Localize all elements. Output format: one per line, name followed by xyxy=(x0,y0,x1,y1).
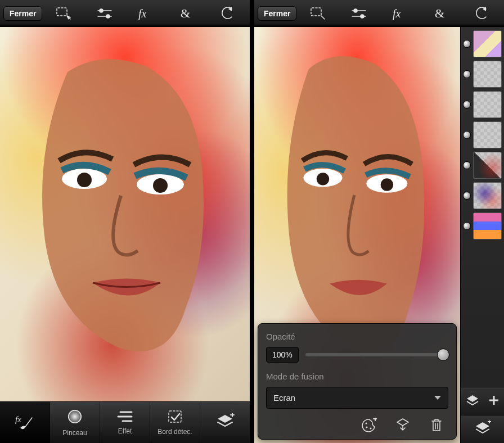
close-button[interactable]: Fermer xyxy=(3,6,42,21)
svg-text:fx: fx xyxy=(138,7,147,20)
add-icon[interactable] xyxy=(488,395,500,408)
layer-row[interactable] xyxy=(463,152,502,179)
layer-thumbnail[interactable] xyxy=(473,213,502,239)
effect-label: Effet xyxy=(118,427,132,435)
screen-right: Fermer fx & xyxy=(254,0,504,443)
edge-detect-icon xyxy=(167,409,183,426)
layer-thumbnail[interactable] xyxy=(473,152,502,179)
blend-mode-value: Ecran xyxy=(273,393,295,403)
svg-text:fx: fx xyxy=(393,7,401,20)
blend-mode-label: Mode de fusion xyxy=(266,372,448,381)
layers-plus-icon xyxy=(474,421,492,439)
visibility-toggle-icon[interactable] xyxy=(463,40,471,48)
svg-text:fx: fx xyxy=(15,415,21,424)
svg-rect-0 xyxy=(57,8,67,16)
trash-icon[interactable] xyxy=(428,417,445,433)
fx-icon[interactable]: fx xyxy=(126,0,165,26)
layers-plus-icon xyxy=(215,413,235,432)
svg-text:&: & xyxy=(181,7,190,20)
svg-text:&: & xyxy=(435,7,444,20)
svg-point-23 xyxy=(381,178,393,191)
edge-detect-button[interactable]: Bord détec. xyxy=(150,402,200,443)
top-toolbar: Fermer fx & xyxy=(254,0,504,27)
circle-brush-icon xyxy=(66,408,83,427)
layers-icon[interactable] xyxy=(465,394,480,409)
layer-row[interactable] xyxy=(463,213,502,239)
screen-left: Fermer fx & xyxy=(0,0,250,443)
layer-row[interactable] xyxy=(463,91,502,118)
layer-thumbnail[interactable] xyxy=(473,30,502,57)
visibility-toggle-icon[interactable] xyxy=(463,222,471,230)
layer-thumbnail[interactable] xyxy=(473,121,502,148)
fx-brush-icon: fx xyxy=(15,413,34,432)
svg-point-12 xyxy=(69,410,81,423)
bottom-toolbar: fx Pinceau Effet Bord détec. xyxy=(0,401,250,443)
adjustments-icon[interactable] xyxy=(86,0,124,26)
opacity-label: Opacité xyxy=(266,332,448,341)
selection-brush-icon[interactable] xyxy=(299,0,338,26)
adjustments-icon[interactable] xyxy=(340,0,379,26)
svg-point-26 xyxy=(370,428,372,430)
layers-list[interactable] xyxy=(461,27,504,387)
layer-row[interactable] xyxy=(463,121,502,148)
artwork-canvas[interactable] xyxy=(0,27,250,401)
portrait-illustration xyxy=(0,27,250,401)
svg-point-25 xyxy=(366,427,368,428)
layers-add-button[interactable] xyxy=(200,402,250,443)
svg-rect-13 xyxy=(169,411,181,422)
layers-panel xyxy=(460,27,504,443)
svg-rect-14 xyxy=(311,8,321,16)
ampersand-icon[interactable]: & xyxy=(421,0,460,26)
opacity-slider[interactable] xyxy=(305,353,448,356)
svg-point-1 xyxy=(100,9,103,12)
svg-point-15 xyxy=(354,9,357,12)
fx-icon[interactable]: fx xyxy=(380,0,419,26)
layer-thumbnail[interactable] xyxy=(473,91,502,118)
effect-button[interactable]: Effet xyxy=(100,402,150,443)
visibility-toggle-icon[interactable] xyxy=(463,101,471,109)
layer-thumbnail[interactable] xyxy=(473,182,502,209)
undo-icon[interactable] xyxy=(462,0,501,26)
layer-row[interactable] xyxy=(463,30,502,57)
main-area: Opacité 100% Mode de fusion Ecran xyxy=(254,27,504,443)
svg-point-8 xyxy=(77,173,92,187)
palette-icon[interactable] xyxy=(361,417,377,433)
layers-add-row[interactable] xyxy=(461,415,504,443)
visibility-toggle-icon[interactable] xyxy=(463,192,471,200)
svg-point-16 xyxy=(361,15,364,18)
blend-mode-select[interactable]: Ecran xyxy=(266,387,448,409)
layers-toggle-row xyxy=(461,387,504,415)
close-button[interactable]: Fermer xyxy=(258,6,296,21)
undo-icon[interactable] xyxy=(208,0,246,26)
fx-brush-button[interactable]: fx xyxy=(0,402,50,443)
selection-brush-icon[interactable] xyxy=(44,0,83,26)
layer-row[interactable] xyxy=(463,61,502,88)
layer-thumbnail[interactable] xyxy=(473,61,502,88)
visibility-toggle-icon[interactable] xyxy=(463,131,471,139)
svg-point-24 xyxy=(366,423,367,424)
svg-point-2 xyxy=(106,15,110,18)
edge-label: Bord détec. xyxy=(158,428,192,436)
opacity-value[interactable]: 100% xyxy=(266,347,299,363)
svg-point-22 xyxy=(317,173,329,185)
merge-down-icon[interactable] xyxy=(394,417,411,433)
brush-button[interactable]: Pinceau xyxy=(50,402,100,443)
ampersand-icon[interactable]: & xyxy=(167,0,206,26)
visibility-toggle-icon[interactable] xyxy=(463,161,471,169)
layer-row[interactable] xyxy=(463,182,502,209)
layer-options-panel: Opacité 100% Mode de fusion Ecran xyxy=(258,323,457,440)
visibility-toggle-icon[interactable] xyxy=(463,70,471,78)
top-toolbar: Fermer fx & xyxy=(0,0,250,27)
svg-point-9 xyxy=(153,178,168,193)
brush-label: Pinceau xyxy=(62,429,87,437)
effect-lines-icon xyxy=(117,410,133,425)
chevron-down-icon xyxy=(434,396,441,400)
